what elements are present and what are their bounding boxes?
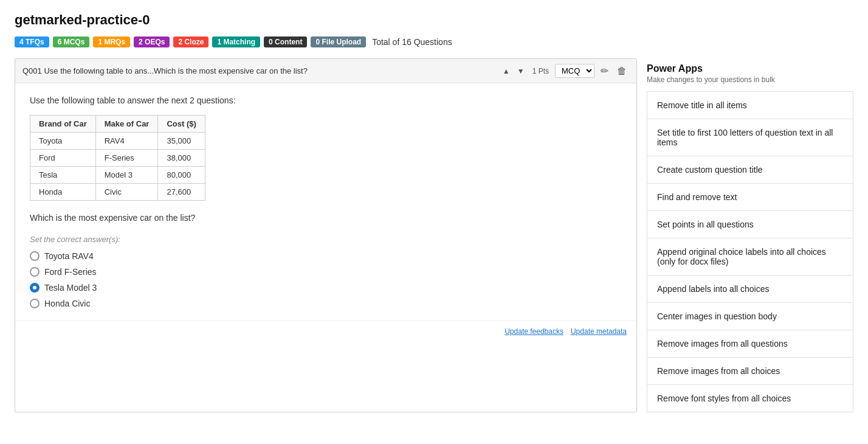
sidebar-action-append-labels-all[interactable]: Append labels into all choices [647,276,853,303]
table-row: FordF-Series38,000 [30,150,205,167]
move-up-button[interactable]: ▲ [501,66,512,77]
choice-item: Tesla Model 3 [30,283,622,293]
correct-answer-label: Set the correct answer(s): [30,235,622,244]
table-cell: RAV4 [95,133,158,150]
radio-unchecked-icon[interactable] [30,251,40,261]
choice-text: Ford F-Series [44,267,97,277]
sidebar-actions: Remove title in all itemsSet title to fi… [647,91,853,412]
question-header-title: Q001 Use the following table to ans...Wh… [22,66,496,75]
choice-item: Ford F-Series [30,267,622,277]
choice-item: Toyota RAV4 [30,251,622,261]
sidebar-header: Power Apps Make changes to your question… [647,58,853,91]
table-cell: 35,000 [158,133,205,150]
choice-text: Honda Civic [44,299,90,308]
update-metadata-link[interactable]: Update metadata [571,327,627,336]
badge-matching: 1 Matching [212,36,260,47]
sidebar-action-center-images[interactable]: Center images in question body [647,303,853,330]
badge-tfq: 4 TFQs [15,36,49,47]
radio-unchecked-icon[interactable] [30,267,40,277]
sidebar-action-remove-font-styles[interactable]: Remove font styles from all choices [647,385,853,412]
table-cell: Tesla [30,167,96,184]
table-cell: Model 3 [95,167,158,184]
badges-row: 4 TFQs 6 MCQs 1 MRQs 2 OEQs 2 Cloze 1 Ma… [15,36,853,47]
table-header-cost: Cost ($) [158,116,205,133]
choices-list: Toyota RAV4Ford F-SeriesTesla Model 3Hon… [30,251,622,308]
badge-content: 0 Content [264,36,307,47]
table-cell: 38,000 [158,150,205,167]
sidebar-action-remove-images-choices[interactable]: Remove images from all choices [647,358,853,385]
sidebar-action-set-points[interactable]: Set points in all questions [647,211,853,238]
sidebar-action-create-title[interactable]: Create custom question title [647,156,853,184]
radio-checked-icon[interactable] [30,283,40,293]
data-table: Brand of Car Make of Car Cost ($) Toyota… [30,115,205,201]
table-cell: 27,600 [158,184,205,201]
badge-mrq: 1 MRQs [93,36,130,47]
table-header-brand: Brand of Car [30,116,96,133]
sidebar-action-remove-images-questions[interactable]: Remove images from all questions [647,330,853,358]
badge-cloze: 2 Cloze [173,36,208,47]
table-row: ToyotaRAV435,000 [30,133,205,150]
edit-button[interactable]: ✏ [598,64,611,78]
radio-unchecked-icon[interactable] [30,299,40,308]
sidebar-action-remove-title[interactable]: Remove title in all items [647,92,853,119]
delete-button[interactable]: 🗑 [615,64,629,78]
table-cell: F-Series [95,150,158,167]
sidebar: Power Apps Make changes to your question… [647,58,853,412]
question-header: Q001 Use the following table to ans...Wh… [15,59,636,83]
table-cell: Ford [30,150,96,167]
badge-mcq: 6 MCQs [53,36,90,47]
badge-fileupload: 0 File Upload [311,36,366,47]
main-layout: Q001 Use the following table to ans...Wh… [15,58,853,412]
table-cell: Toyota [30,133,96,150]
choice-text: Tesla Model 3 [44,283,97,293]
choice-item: Honda Civic [30,299,622,308]
table-cell: 80,000 [158,167,205,184]
header-controls: ▲ ▼ 1 Pts MCQ MRQ TFQ OEQ ✏ 🗑 [501,64,629,78]
table-cell: Honda [30,184,96,201]
table-header-make: Make of Car [95,116,158,133]
question-body: Use the following table to answer the ne… [15,83,636,321]
sidebar-title: Power Apps [647,63,853,74]
sidebar-action-set-title[interactable]: Set title to first 100 letters of questi… [647,119,853,156]
question-footer: Update feedbacks Update metadata [15,321,636,342]
move-down-button[interactable]: ▼ [515,66,526,77]
badge-oeq: 2 OEQs [134,36,170,47]
sidebar-action-find-remove-text[interactable]: Find and remove text [647,184,853,211]
question-panel: Q001 Use the following table to ans...Wh… [15,58,637,412]
choice-text: Toyota RAV4 [44,251,94,261]
page-title: getmarked-practice-0 [15,12,853,28]
update-feedbacks-link[interactable]: Update feedbacks [505,327,563,336]
table-cell: Civic [95,184,158,201]
table-row: TeslaModel 380,000 [30,167,205,184]
total-questions-label: Total of 16 Questions [372,37,452,47]
question-intro: Use the following table to answer the ne… [30,95,622,105]
sidebar-action-append-labels[interactable]: Append original choice labels into all c… [647,238,853,276]
question-type-select[interactable]: MCQ MRQ TFQ OEQ [555,64,594,78]
pts-badge: 1 Pts [532,67,549,75]
sidebar-subtitle: Make changes to your questions in bulk [647,75,853,84]
question-text: Which is the most expensive car on the l… [30,213,622,223]
table-row: HondaCivic27,600 [30,184,205,201]
